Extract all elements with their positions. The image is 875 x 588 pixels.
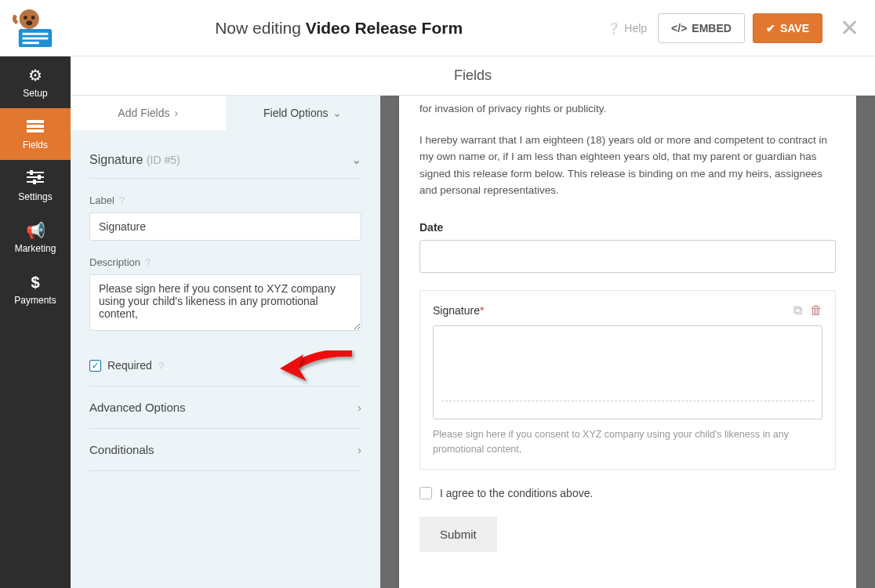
svg-point-1 (24, 16, 27, 20)
top-bar: Now editing Video Release Form ❔ Help </… (0, 0, 875, 56)
chevron-right-icon: › (358, 401, 361, 414)
chevron-down-icon: ⌄ (351, 152, 361, 167)
svg-rect-8 (27, 120, 44, 123)
field-id: (ID #5) (147, 154, 180, 166)
svg-point-3 (26, 20, 32, 25)
svg-rect-10 (27, 129, 44, 132)
agree-label: I agree to the conditions above. (440, 487, 593, 499)
sidebar-item-label: Setup (23, 88, 47, 99)
code-icon: </> (671, 22, 687, 34)
sidebar-item-settings[interactable]: Settings (0, 160, 71, 212)
signature-field[interactable]: Signature* ⧉ 🗑 Please sign here if you c… (419, 290, 836, 470)
svg-rect-5 (23, 32, 49, 34)
bullhorn-icon: 📢 (26, 221, 45, 240)
advanced-options-toggle[interactable]: Advanced Options › (89, 387, 361, 429)
svg-rect-16 (33, 180, 36, 184)
editing-prefix: Now editing (215, 19, 301, 37)
sidebar-item-label: Marketing (15, 243, 56, 254)
legal-text: I hereby warrant that I am eighteen (18)… (419, 132, 836, 199)
sidebar-item-label: Fields (23, 140, 48, 151)
dollar-icon: $ (31, 274, 39, 292)
sidebar-item-label: Payments (14, 295, 56, 306)
required-label: Required (107, 359, 152, 372)
submit-button[interactable]: Submit (419, 517, 497, 552)
agree-checkbox[interactable] (419, 487, 432, 499)
embed-button[interactable]: </> EMBED (658, 13, 745, 43)
list-icon (27, 118, 44, 136)
svg-rect-14 (38, 175, 41, 180)
sidebar-item-label: Settings (18, 191, 52, 202)
field-options-panel: Add Fields › Field Options ⌄ Signature (… (71, 96, 380, 588)
logo (0, 8, 71, 49)
svg-rect-12 (30, 170, 33, 175)
page-heading: Fields (71, 56, 875, 96)
legal-text-fragment: for invasion of privacy rights or public… (419, 96, 836, 118)
close-button[interactable]: ✕ (840, 14, 859, 42)
svg-rect-9 (27, 125, 44, 128)
help-icon: ❔ (607, 22, 620, 34)
sidebar-item-fields[interactable]: Fields (0, 108, 71, 160)
svg-point-0 (20, 9, 39, 28)
date-field[interactable]: Date (419, 221, 836, 273)
tab-add-fields[interactable]: Add Fields › (71, 96, 226, 130)
date-label: Date (419, 221, 836, 234)
help-icon[interactable]: ? (145, 256, 151, 268)
field-section-header[interactable]: Signature (ID #5) ⌄ (89, 152, 361, 179)
sidebar-item-payments[interactable]: $ Payments (0, 263, 71, 315)
sliders-icon (27, 170, 44, 188)
sidebar: ⚙ Setup Fields Settings 📢 Marketing $ Pa… (0, 56, 71, 588)
description-textarea[interactable] (89, 274, 361, 331)
save-button[interactable]: ✔ SAVE (753, 13, 822, 43)
svg-point-2 (31, 16, 35, 20)
signature-description: Please sign here if you consent to XYZ c… (433, 427, 822, 457)
label-label: Label ? (89, 194, 361, 206)
help-link[interactable]: ❔ Help (607, 22, 647, 34)
form-preview: for invasion of privacy rights or public… (380, 96, 875, 588)
chevron-down-icon: ⌄ (332, 107, 342, 119)
gear-icon: ⚙ (28, 66, 42, 85)
tab-field-options[interactable]: Field Options ⌄ (226, 96, 381, 130)
signature-pad[interactable] (433, 325, 822, 419)
label-input[interactable] (89, 212, 361, 241)
check-icon: ✔ (766, 22, 775, 34)
svg-rect-6 (23, 37, 49, 39)
trash-icon[interactable]: 🗑 (810, 303, 822, 318)
signature-label: Signature* (433, 304, 484, 317)
date-input[interactable] (419, 240, 836, 273)
field-type-name: Signature (89, 153, 143, 166)
page-title-editing: Now editing Video Release Form (71, 19, 607, 38)
help-icon[interactable]: ? (158, 360, 164, 372)
wpforms-logo-icon (13, 8, 58, 49)
chevron-right-icon: › (358, 443, 361, 456)
svg-rect-7 (23, 42, 39, 44)
agree-field[interactable]: I agree to the conditions above. (419, 487, 836, 499)
annotation-arrow (274, 345, 360, 392)
chevron-right-icon: › (174, 107, 178, 119)
description-label: Description ? (89, 256, 361, 268)
form-name: Video Release Form (306, 19, 463, 37)
required-checkbox[interactable]: ✓ (89, 360, 101, 372)
help-icon[interactable]: ? (119, 194, 125, 206)
sidebar-item-marketing[interactable]: 📢 Marketing (0, 212, 71, 263)
conditionals-toggle[interactable]: Conditionals › (89, 429, 361, 471)
duplicate-icon[interactable]: ⧉ (793, 303, 802, 318)
sidebar-item-setup[interactable]: ⚙ Setup (0, 56, 71, 108)
